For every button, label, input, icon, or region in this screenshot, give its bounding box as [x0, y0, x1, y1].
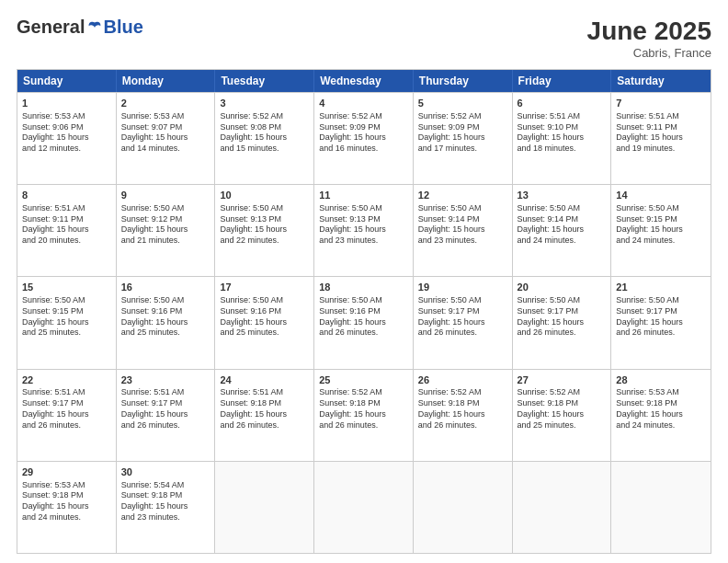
calendar-cell: 18Sunrise: 5:50 AMSunset: 9:16 PMDayligh…	[314, 277, 414, 368]
cell-info: Sunrise: 5:50 AMSunset: 9:15 PMDaylight:…	[616, 203, 706, 247]
day-number: 17	[220, 281, 309, 294]
cell-info: Sunrise: 5:50 AMSunset: 9:17 PMDaylight:…	[616, 295, 706, 339]
day-number: 3	[220, 97, 309, 110]
day-number: 2	[121, 97, 210, 110]
header-tuesday: Tuesday	[215, 70, 314, 92]
header: General Blue June 2025 Cabris, France	[17, 17, 711, 60]
calendar-week-5: 29Sunrise: 5:53 AMSunset: 9:18 PMDayligh…	[17, 461, 711, 553]
day-number: 28	[616, 373, 706, 387]
day-number: 1	[22, 97, 111, 110]
cell-info: Sunrise: 5:51 AMSunset: 9:17 PMDaylight:…	[22, 387, 111, 431]
cell-info: Sunrise: 5:50 AMSunset: 9:14 PMDaylight:…	[518, 203, 607, 247]
cell-info: Sunrise: 5:50 AMSunset: 9:13 PMDaylight:…	[220, 203, 309, 247]
calendar-cell: 10Sunrise: 5:50 AMSunset: 9:13 PMDayligh…	[215, 185, 314, 276]
calendar-cell: 8Sunrise: 5:51 AMSunset: 9:11 PMDaylight…	[17, 185, 117, 276]
header-friday: Friday	[513, 70, 612, 92]
calendar-week-1: 1Sunrise: 5:53 AMSunset: 9:06 PMDaylight…	[17, 92, 711, 184]
calendar-cell: 4Sunrise: 5:52 AMSunset: 9:09 PMDaylight…	[314, 93, 414, 184]
cell-info: Sunrise: 5:52 AMSunset: 9:18 PMDaylight:…	[319, 387, 408, 431]
calendar-cell: 17Sunrise: 5:50 AMSunset: 9:16 PMDayligh…	[215, 277, 314, 368]
page: General Blue June 2025 Cabris, France Su…	[0, 0, 728, 563]
cell-info: Sunrise: 5:50 AMSunset: 9:16 PMDaylight:…	[220, 295, 309, 339]
day-number: 24	[220, 373, 309, 387]
cell-info: Sunrise: 5:50 AMSunset: 9:16 PMDaylight:…	[121, 295, 210, 339]
location: Cabris, France	[587, 46, 711, 60]
month-title: June 2025	[587, 17, 711, 46]
calendar-cell	[611, 462, 711, 553]
cell-info: Sunrise: 5:50 AMSunset: 9:17 PMDaylight:…	[418, 295, 507, 339]
cell-info: Sunrise: 5:50 AMSunset: 9:15 PMDaylight:…	[22, 295, 111, 339]
day-number: 21	[616, 281, 706, 294]
day-number: 19	[418, 281, 507, 294]
day-number: 29	[22, 465, 111, 479]
cell-info: Sunrise: 5:50 AMSunset: 9:17 PMDaylight:…	[518, 295, 607, 339]
calendar-cell: 11Sunrise: 5:50 AMSunset: 9:13 PMDayligh…	[314, 185, 414, 276]
header-thursday: Thursday	[414, 70, 513, 92]
cell-info: Sunrise: 5:52 AMSunset: 9:09 PMDaylight:…	[418, 111, 507, 155]
header-monday: Monday	[117, 70, 216, 92]
header-right: June 2025 Cabris, France	[587, 17, 711, 60]
calendar-cell	[314, 462, 414, 553]
calendar-cell: 29Sunrise: 5:53 AMSunset: 9:18 PMDayligh…	[17, 462, 117, 553]
calendar-cell: 7Sunrise: 5:51 AMSunset: 9:11 PMDaylight…	[611, 93, 711, 184]
day-number: 12	[418, 189, 507, 202]
day-number: 4	[319, 97, 408, 110]
logo-bird-icon	[86, 19, 103, 36]
day-number: 6	[518, 97, 607, 110]
cell-info: Sunrise: 5:50 AMSunset: 9:14 PMDaylight:…	[418, 203, 507, 247]
day-number: 14	[616, 189, 706, 202]
header-saturday: Saturday	[611, 70, 711, 92]
calendar-cell: 6Sunrise: 5:51 AMSunset: 9:10 PMDaylight…	[513, 93, 612, 184]
cell-info: Sunrise: 5:53 AMSunset: 9:18 PMDaylight:…	[616, 387, 706, 431]
day-number: 10	[220, 189, 309, 202]
cell-info: Sunrise: 5:53 AMSunset: 9:18 PMDaylight:…	[22, 480, 111, 523]
calendar-cell: 9Sunrise: 5:50 AMSunset: 9:12 PMDaylight…	[117, 185, 216, 276]
calendar-cell	[414, 462, 513, 553]
day-number: 25	[319, 373, 408, 387]
calendar-cell: 13Sunrise: 5:50 AMSunset: 9:14 PMDayligh…	[513, 185, 612, 276]
calendar: Sunday Monday Tuesday Wednesday Thursday…	[17, 69, 711, 554]
calendar-cell: 27Sunrise: 5:52 AMSunset: 9:18 PMDayligh…	[513, 370, 612, 461]
calendar-cell: 1Sunrise: 5:53 AMSunset: 9:06 PMDaylight…	[17, 93, 117, 184]
calendar-cell: 28Sunrise: 5:53 AMSunset: 9:18 PMDayligh…	[611, 370, 711, 461]
calendar-cell: 19Sunrise: 5:50 AMSunset: 9:17 PMDayligh…	[414, 277, 513, 368]
day-number: 15	[22, 281, 111, 294]
day-number: 16	[121, 281, 210, 294]
cell-info: Sunrise: 5:50 AMSunset: 9:16 PMDaylight:…	[319, 295, 408, 339]
cell-info: Sunrise: 5:50 AMSunset: 9:13 PMDaylight:…	[319, 203, 408, 247]
calendar-cell: 20Sunrise: 5:50 AMSunset: 9:17 PMDayligh…	[513, 277, 612, 368]
calendar-cell: 24Sunrise: 5:51 AMSunset: 9:18 PMDayligh…	[215, 370, 314, 461]
day-number: 13	[518, 189, 607, 202]
logo-blue-text: Blue	[103, 17, 142, 38]
day-number: 20	[518, 281, 607, 294]
day-number: 30	[121, 465, 210, 479]
cell-info: Sunrise: 5:53 AMSunset: 9:06 PMDaylight:…	[22, 111, 111, 155]
cell-info: Sunrise: 5:51 AMSunset: 9:11 PMDaylight:…	[22, 203, 111, 247]
calendar-body: 1Sunrise: 5:53 AMSunset: 9:06 PMDaylight…	[17, 92, 711, 553]
logo-general-text: General	[17, 17, 85, 38]
cell-info: Sunrise: 5:52 AMSunset: 9:09 PMDaylight:…	[319, 111, 408, 155]
header-wednesday: Wednesday	[314, 70, 414, 92]
calendar-cell: 25Sunrise: 5:52 AMSunset: 9:18 PMDayligh…	[314, 370, 414, 461]
calendar-cell: 15Sunrise: 5:50 AMSunset: 9:15 PMDayligh…	[17, 277, 117, 368]
calendar-week-3: 15Sunrise: 5:50 AMSunset: 9:15 PMDayligh…	[17, 276, 711, 368]
calendar-cell: 22Sunrise: 5:51 AMSunset: 9:17 PMDayligh…	[17, 370, 117, 461]
cell-info: Sunrise: 5:52 AMSunset: 9:08 PMDaylight:…	[220, 111, 309, 155]
calendar-cell: 3Sunrise: 5:52 AMSunset: 9:08 PMDaylight…	[215, 93, 314, 184]
cell-info: Sunrise: 5:50 AMSunset: 9:12 PMDaylight:…	[121, 203, 210, 247]
cell-info: Sunrise: 5:51 AMSunset: 9:10 PMDaylight:…	[518, 111, 607, 155]
calendar-cell: 14Sunrise: 5:50 AMSunset: 9:15 PMDayligh…	[611, 185, 711, 276]
calendar-cell: 21Sunrise: 5:50 AMSunset: 9:17 PMDayligh…	[611, 277, 711, 368]
header-sunday: Sunday	[17, 70, 117, 92]
calendar-cell: 30Sunrise: 5:54 AMSunset: 9:18 PMDayligh…	[117, 462, 216, 553]
day-number: 23	[121, 373, 210, 387]
calendar-header-row: Sunday Monday Tuesday Wednesday Thursday…	[17, 70, 711, 92]
calendar-cell: 16Sunrise: 5:50 AMSunset: 9:16 PMDayligh…	[117, 277, 216, 368]
calendar-cell: 23Sunrise: 5:51 AMSunset: 9:17 PMDayligh…	[117, 370, 216, 461]
logo: General Blue	[17, 17, 143, 38]
calendar-cell: 2Sunrise: 5:53 AMSunset: 9:07 PMDaylight…	[117, 93, 216, 184]
day-number: 5	[418, 97, 507, 110]
day-number: 27	[518, 373, 607, 387]
cell-info: Sunrise: 5:53 AMSunset: 9:07 PMDaylight:…	[121, 111, 210, 155]
day-number: 22	[22, 373, 111, 387]
